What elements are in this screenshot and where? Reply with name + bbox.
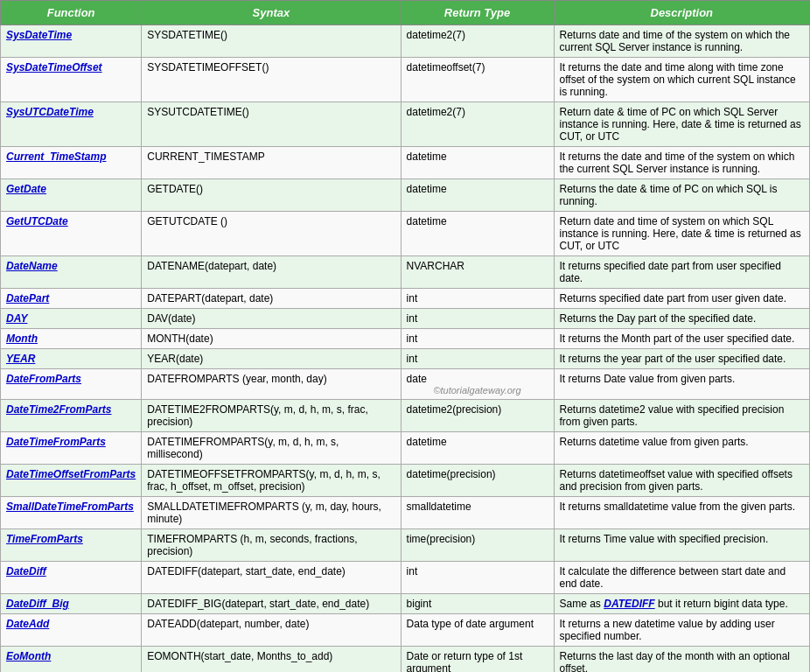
syntax-cell: TIMEFROMPARTS (h, m, seconds, fractions,… — [142, 529, 401, 562]
function-cell[interactable]: GetUTCDate — [1, 212, 142, 256]
table-row: EoMonthEOMONTH(start_date, Months_to_add… — [1, 647, 810, 673]
function-link[interactable]: Month — [6, 332, 38, 345]
table-row: DateFromPartsDATEFROMPARTS (year, month,… — [1, 369, 810, 400]
header-return-type: Return Type — [401, 1, 554, 25]
description-cell: It returns the year part of the user spe… — [554, 349, 809, 369]
function-cell[interactable]: Month — [1, 329, 142, 349]
syntax-cell: DATEDIFF_BIG(datepart, start_date, end_d… — [142, 594, 401, 614]
table-row: DAYDAV(date)intReturns the Day part of t… — [1, 309, 810, 329]
description-cell: Returns datetime value from given parts. — [554, 432, 809, 465]
return-type-cell: int — [401, 562, 554, 594]
description-cell: It returns the date and time of the syst… — [554, 147, 809, 179]
syntax-cell: SYSDATETIMEOFFSET() — [142, 58, 401, 102]
function-link[interactable]: SysDateTimeOffset — [6, 61, 102, 74]
return-type-cell: Date or return type of 1st argument — [401, 647, 554, 673]
function-cell[interactable]: EoMonth — [1, 647, 142, 673]
table-row: SysUTCDateTimeSYSUTCDATETIME()datetime2(… — [1, 102, 810, 147]
table-row: DateDiff_BigDATEDIFF_BIG(datepart, start… — [1, 594, 810, 614]
return-type-cell: datetime — [401, 432, 554, 465]
return-type-cell: int — [401, 349, 554, 369]
function-link[interactable]: DateAdd — [6, 618, 49, 630]
function-link[interactable]: TimeFromParts — [6, 533, 83, 545]
syntax-cell: DATEPART(datepart, date) — [142, 289, 401, 309]
return-type-cell: int — [401, 329, 554, 349]
function-link[interactable]: DateTime2FromParts — [6, 403, 112, 416]
function-cell[interactable]: DateTimeOffsetFromParts — [1, 465, 142, 497]
function-link[interactable]: YEAR — [6, 353, 35, 365]
function-link[interactable]: DateTimeOffsetFromParts — [6, 468, 136, 480]
description-cell: It returns specified date part from user… — [554, 256, 809, 289]
return-type-cell: datetime2(7) — [401, 102, 554, 147]
table-row: SmallDateTimeFromPartsSMALLDATETIMEFROMP… — [1, 497, 810, 529]
description-cell: It returns a new datetime value by addin… — [554, 614, 809, 647]
function-link[interactable]: DateFromParts — [6, 373, 81, 385]
table-row: DateDiffDATEDIFF(datepart, start_date, e… — [1, 562, 810, 594]
function-link[interactable]: DateDiff — [6, 565, 46, 578]
function-cell[interactable]: DAY — [1, 309, 142, 329]
description-cell: It returns the Month part of the user sp… — [554, 329, 809, 349]
function-link[interactable]: GetDate — [6, 183, 46, 195]
function-cell[interactable]: SysDateTime — [1, 25, 142, 58]
function-link[interactable]: SmallDateTimeFromParts — [6, 500, 134, 513]
table-row: TimeFromPartsTIMEFROMPARTS (h, m, second… — [1, 529, 810, 562]
description-cell: Returns date and time of the system on w… — [554, 25, 809, 58]
syntax-cell: EOMONTH(start_date, Months_to_add) — [142, 647, 401, 673]
function-cell[interactable]: SysUTCDateTime — [1, 102, 142, 147]
function-cell[interactable]: DateDiff — [1, 562, 142, 594]
function-cell[interactable]: GetDate — [1, 179, 142, 212]
datediff-link[interactable]: DATEDIFF — [604, 598, 654, 610]
function-cell[interactable]: SysDateTimeOffset — [1, 58, 142, 102]
function-link[interactable]: Current_TimeStamp — [6, 150, 106, 163]
function-cell[interactable]: TimeFromParts — [1, 529, 142, 562]
return-type-cell: date©tutorialgateway.org — [401, 369, 554, 400]
function-link[interactable]: SysDateTime — [6, 29, 72, 41]
function-link[interactable]: GetUTCDate — [6, 215, 68, 228]
function-cell[interactable]: Current_TimeStamp — [1, 147, 142, 179]
function-link[interactable]: SysUTCDateTime — [6, 106, 94, 118]
description-cell: It calculate the difference between star… — [554, 562, 809, 594]
return-type-cell: datetimeoffset(7) — [401, 58, 554, 102]
return-type-cell: datetime(precision) — [401, 465, 554, 497]
table-row: GetDateGETDATE()datetimeReturns the date… — [1, 179, 810, 212]
table-row: YEARYEAR(date)intIt returns the year par… — [1, 349, 810, 369]
syntax-cell: DATEFROMPARTS (year, month, day) — [142, 369, 401, 400]
function-link[interactable]: DAY — [6, 312, 27, 325]
description-cell: Returns datetime2 value with specified p… — [554, 400, 809, 432]
table-row: SysDateTimeSYSDATETIME()datetime2(7)Retu… — [1, 25, 810, 58]
return-type-cell: NVARCHAR — [401, 256, 554, 289]
syntax-cell: DATETIMEFROMPARTS(y, m, d, h, m, s, mill… — [142, 432, 401, 465]
function-cell[interactable]: DateDiff_Big — [1, 594, 142, 614]
header-description: Description — [554, 1, 809, 25]
function-link[interactable]: DateTimeFromParts — [6, 436, 106, 448]
return-type-cell: datetime — [401, 179, 554, 212]
function-cell[interactable]: DatePart — [1, 289, 142, 309]
function-link[interactable]: DatePart — [6, 292, 49, 304]
function-cell[interactable]: DateAdd — [1, 614, 142, 647]
function-cell[interactable]: DateTimeFromParts — [1, 432, 142, 465]
description-cell: Returns the last day of the month with a… — [554, 647, 809, 673]
function-cell[interactable]: DateName — [1, 256, 142, 289]
function-link[interactable]: EoMonth — [6, 650, 51, 662]
return-type-cell: time(precision) — [401, 529, 554, 562]
syntax-cell: SMALLDATETIMEFROMPARTS (y, m, day, hours… — [142, 497, 401, 529]
description-cell: It returns Date value from given parts. — [554, 369, 809, 400]
function-cell[interactable]: SmallDateTimeFromParts — [1, 497, 142, 529]
description-cell: Returns datetimeoffset value with specif… — [554, 465, 809, 497]
description-cell: Returns specified date part from user gi… — [554, 289, 809, 309]
syntax-cell: CURRENT_TIMESTAMP — [142, 147, 401, 179]
table-row: DatePartDATEPART(datepart, date)intRetur… — [1, 289, 810, 309]
syntax-cell: SYSDATETIME() — [142, 25, 401, 58]
syntax-cell: SYSUTCDATETIME() — [142, 102, 401, 147]
syntax-cell: DAV(date) — [142, 309, 401, 329]
function-cell[interactable]: DateFromParts — [1, 369, 142, 400]
function-cell[interactable]: YEAR — [1, 349, 142, 369]
description-cell: It returns the date and time along with … — [554, 58, 809, 102]
function-cell[interactable]: DateTime2FromParts — [1, 400, 142, 432]
description-cell: Return date and time of system on which … — [554, 212, 809, 256]
syntax-cell: MONTH(date) — [142, 329, 401, 349]
function-link[interactable]: DateName — [6, 260, 58, 272]
syntax-cell: DATENAME(datepart, date) — [142, 256, 401, 289]
table-row: SysDateTimeOffsetSYSDATETIMEOFFSET()date… — [1, 58, 810, 102]
return-type-cell: datetime — [401, 212, 554, 256]
function-link[interactable]: DateDiff_Big — [6, 598, 69, 610]
